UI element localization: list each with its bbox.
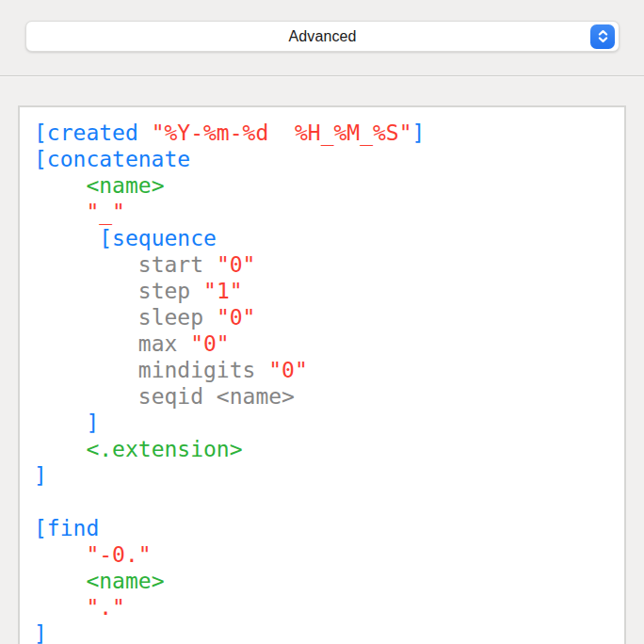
code-line: ] [34, 462, 610, 489]
code-editor[interactable]: [created "%Y-%m-%d %H_%M_%S"][concatenat… [18, 105, 626, 644]
mode-popup-label: Advanced [289, 28, 357, 45]
code-line: ] [34, 410, 610, 436]
code-line: [sequence [34, 225, 610, 251]
code-line: <.extension> [34, 436, 610, 462]
code-line: "_" [34, 199, 610, 225]
section-divider-highlight [0, 76, 644, 77]
mode-popup-button[interactable]: Advanced [25, 21, 620, 52]
code-line: sleep "0" [34, 304, 610, 330]
code-line: "." [34, 594, 610, 620]
code-line: step "1" [34, 278, 610, 304]
code-line: start "0" [34, 251, 610, 278]
code-line: <name> [34, 568, 610, 594]
code-line: [concatenate [34, 146, 610, 172]
code-line: ] [34, 620, 610, 644]
code-line: max "0" [34, 330, 610, 357]
code-line: [find [34, 515, 610, 541]
code-line: [created "%Y-%m-%d %H_%M_%S"] [34, 120, 610, 146]
code-line: mindigits "0" [34, 357, 610, 383]
code-line: seqid <name> [34, 383, 610, 410]
code-line: "-0." [34, 541, 610, 568]
popup-chevrons-icon [590, 24, 615, 49]
code-line [34, 489, 610, 515]
code-line: <name> [34, 172, 610, 199]
